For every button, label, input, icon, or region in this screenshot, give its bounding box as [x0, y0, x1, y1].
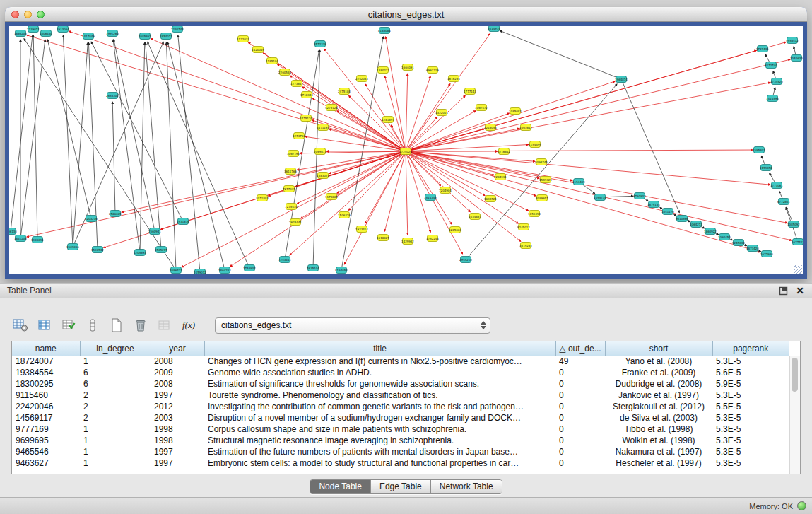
column-header-year[interactable]: year: [151, 341, 204, 356]
graph-node[interactable]: 1154499: [529, 141, 541, 148]
graph-node[interactable]: 9245033: [732, 240, 745, 246]
graph-node[interactable]: 1777143: [464, 88, 476, 95]
cell-name[interactable]: 22420046: [12, 401, 80, 412]
graph-node[interactable]: 2475108: [338, 88, 351, 95]
graph-node[interactable]: 2475120: [300, 115, 312, 122]
graph-node[interactable]: 1273641: [290, 81, 303, 87]
cell-short[interactable]: Dudbridge et al. (2008): [605, 378, 712, 390]
graph-node[interactable]: 8095745: [535, 159, 548, 165]
graph-node[interactable]: 1873420: [746, 245, 759, 252]
cell-short[interactable]: Yano et al. (2008): [605, 356, 712, 367]
graph-node[interactable]: 2230743: [171, 26, 184, 33]
graph-node[interactable]: 1549325: [539, 177, 552, 183]
table-columns-icon[interactable]: [35, 317, 54, 334]
graph-edge[interactable]: [406, 151, 518, 223]
graph-edge[interactable]: [290, 76, 406, 151]
cell-out_degree[interactable]: 0: [555, 457, 605, 469]
cell-in_degree[interactable]: 6: [80, 367, 151, 378]
graph-node[interactable]: 2239071: [27, 26, 40, 33]
graph-node[interactable]: 1429932: [401, 238, 414, 245]
graph-node[interactable]: 1664091: [401, 64, 414, 71]
graph-edge[interactable]: [91, 42, 183, 221]
rows-icon[interactable]: [83, 317, 102, 334]
graph-edge[interactable]: [69, 31, 406, 151]
cell-year[interactable]: 2003: [151, 412, 204, 424]
table-row[interactable]: 1830029562008Estimation of significance …: [12, 378, 789, 390]
graph-node[interactable]: 1417849: [82, 33, 95, 40]
column-header-out_degree[interactable]: △ out_de...: [555, 341, 605, 356]
cell-in_degree[interactable]: 1: [80, 356, 151, 367]
cell-in_degree[interactable]: 2: [80, 390, 151, 401]
memory-indicator[interactable]: [797, 501, 806, 510]
graph-edge[interactable]: [621, 79, 679, 213]
graph-node[interactable]: 2086421: [170, 267, 182, 274]
network-canvas[interactable]: 1724026321684222049111695521103485712850…: [5, 22, 807, 279]
graph-node[interactable]: 1380212: [377, 67, 389, 74]
cell-title[interactable]: Estimation of significance thresholds fo…: [204, 378, 555, 390]
graph-node[interactable]: 1154409: [572, 179, 585, 185]
graph-edge[interactable]: [406, 113, 510, 151]
tab-edge-table[interactable]: Edge Table: [370, 480, 430, 493]
graph-node[interactable]: 1052630: [790, 55, 803, 62]
graph-edge[interactable]: [230, 151, 406, 267]
graph-node[interactable]: 1905091: [31, 237, 44, 243]
graph-edge[interactable]: [386, 37, 406, 151]
graph-node[interactable]: 4471193: [317, 124, 329, 131]
cell-short[interactable]: Tibbo et al. (1998): [605, 424, 712, 435]
graph-node[interactable]: 2945210: [459, 257, 472, 263]
cell-short[interactable]: Stergiakouli et al. (2012): [605, 401, 712, 412]
graph-node[interactable]: 1841176: [661, 209, 674, 215]
cell-out_degree[interactable]: 0: [555, 401, 605, 412]
graph-edge[interactable]: [297, 151, 406, 204]
graph-edge[interactable]: [406, 83, 770, 151]
graph-node[interactable]: 9272740: [765, 62, 777, 69]
cell-name[interactable]: 9699695: [12, 435, 80, 446]
cell-short[interactable]: Nakamura et al. (1997): [605, 446, 712, 457]
cell-short[interactable]: Jankovic et al. (1997): [605, 390, 712, 401]
cell-name[interactable]: 19384554: [12, 367, 80, 378]
cell-name[interactable]: 14569117: [12, 412, 80, 424]
graph-node[interactable]: 1414593: [766, 95, 779, 102]
cell-pagerank[interactable]: 5.9E-5: [712, 378, 789, 390]
graph-node[interactable]: 1495734: [594, 194, 606, 201]
graph-edge[interactable]: [47, 40, 91, 218]
graph-edge[interactable]: [406, 111, 476, 151]
graph-node[interactable]: 2260538: [278, 69, 291, 76]
graph-edge[interactable]: [324, 49, 406, 151]
graph-edge[interactable]: [406, 42, 786, 151]
graph-edge[interactable]: [406, 81, 615, 151]
graph-edge[interactable]: [63, 35, 73, 247]
minimize-window-icon[interactable]: [24, 11, 32, 18]
cell-out_degree[interactable]: 0: [555, 412, 605, 424]
graph-node[interactable]: 1322014: [435, 110, 448, 116]
cell-in_degree[interactable]: 1: [80, 424, 151, 435]
graph-node[interactable]: 9610566: [676, 216, 688, 222]
graph-node[interactable]: 1420049: [252, 47, 264, 53]
close-window-icon[interactable]: [11, 11, 19, 18]
graph-node[interactable]: 2085862: [139, 33, 151, 40]
graph-node[interactable]: 2653301: [106, 93, 119, 99]
cell-name[interactable]: 9777169: [12, 424, 80, 435]
cell-name[interactable]: 9463627: [12, 457, 80, 469]
graph-node[interactable]: 9245012: [517, 224, 530, 230]
cell-name[interactable]: 18724007: [12, 356, 80, 367]
graph-node[interactable]: 1253712: [293, 133, 305, 139]
graph-node[interactable]: 1841205: [14, 235, 27, 242]
graph-node[interactable]: 1509056: [66, 244, 79, 250]
cell-out_degree[interactable]: 0: [555, 435, 605, 446]
zoom-window-icon[interactable]: [37, 11, 45, 18]
cell-pagerank[interactable]: 5.3E-5: [712, 424, 789, 435]
column-header-in_degree[interactable]: in_degree: [80, 341, 151, 356]
graph-edge[interactable]: [406, 151, 770, 185]
table-row[interactable]: 946362711997Embryonic stem cells: a mode…: [12, 457, 789, 469]
cell-name[interactable]: 18300295: [12, 378, 80, 390]
cell-pagerank[interactable]: 5.6E-5: [712, 367, 789, 378]
graph-node[interactable]: 1734520: [770, 78, 783, 85]
cell-title[interactable]: Changes of HCN gene expression and I(f) …: [204, 356, 555, 367]
cell-title[interactable]: Disruption of a novel member of a sodium…: [204, 412, 555, 424]
graph-node[interactable]: 3216054: [484, 124, 497, 131]
graph-node[interactable]: 3216842: [498, 148, 510, 155]
graph-edge[interactable]: [20, 40, 45, 238]
graph-edge[interactable]: [466, 84, 617, 259]
graph-edge[interactable]: [313, 50, 320, 268]
